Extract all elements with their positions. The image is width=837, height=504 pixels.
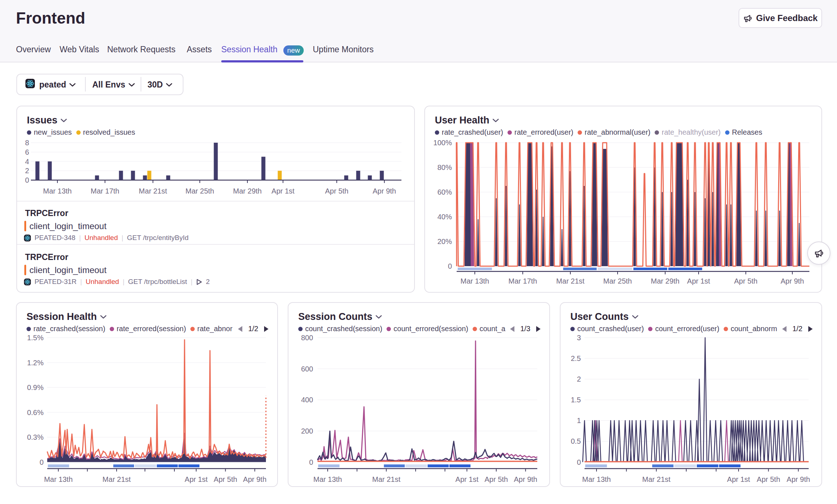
svg-text:Mar 17th: Mar 17th [91, 187, 120, 195]
svg-text:Apr 5th: Apr 5th [214, 475, 237, 483]
svg-text:0: 0 [25, 176, 29, 184]
svg-text:Apr 1st: Apr 1st [271, 187, 295, 195]
svg-text:0: 0 [577, 458, 581, 466]
svg-text:1: 1 [577, 416, 581, 424]
svg-text:Apr 9th: Apr 9th [787, 475, 810, 483]
svg-text:Mar 21st: Mar 21st [139, 187, 167, 195]
svg-text:20%: 20% [437, 237, 452, 245]
svg-text:Mar 21st: Mar 21st [642, 475, 671, 483]
svg-text:0.6%: 0.6% [27, 409, 44, 416]
svg-text:0.9%: 0.9% [27, 383, 44, 391]
svg-text:Apr 5th: Apr 5th [757, 475, 780, 483]
svg-text:Mar 21st: Mar 21st [372, 475, 400, 483]
svg-text:400: 400 [301, 396, 313, 404]
svg-text:Apr 1st: Apr 1st [456, 475, 479, 483]
svg-text:Apr 9th: Apr 9th [514, 475, 537, 483]
svg-text:0: 0 [309, 458, 313, 466]
svg-text:Mar 13th: Mar 13th [582, 475, 611, 483]
svg-text:2: 2 [577, 375, 581, 383]
svg-text:1.5: 1.5 [571, 396, 581, 404]
svg-text:600: 600 [301, 365, 313, 373]
svg-text:Mar 17th: Mar 17th [509, 277, 537, 285]
svg-text:Mar 21st: Mar 21st [556, 277, 585, 285]
svg-text:2: 2 [25, 167, 29, 175]
svg-text:Mar 29th: Mar 29th [651, 277, 680, 285]
svg-text:Apr 1st: Apr 1st [687, 277, 710, 285]
svg-text:80%: 80% [437, 163, 452, 171]
svg-text:0.3%: 0.3% [27, 433, 44, 441]
svg-text:1.5%: 1.5% [27, 334, 44, 342]
svg-text:Apr 9th: Apr 9th [781, 277, 804, 285]
svg-text:40%: 40% [437, 213, 452, 221]
svg-text:Mar 13th: Mar 13th [461, 277, 489, 285]
svg-text:800: 800 [301, 334, 313, 342]
svg-text:8: 8 [25, 139, 29, 147]
svg-text:Mar 25th: Mar 25th [603, 277, 632, 285]
svg-text:60%: 60% [437, 188, 452, 196]
svg-text:200: 200 [301, 427, 313, 435]
svg-text:Mar 21st: Mar 21st [102, 475, 131, 483]
svg-text:Mar 13th: Mar 13th [43, 187, 72, 195]
svg-text:0: 0 [40, 458, 44, 466]
svg-text:3: 3 [577, 334, 581, 342]
svg-text:4: 4 [25, 158, 29, 166]
svg-text:Apr 5th: Apr 5th [325, 187, 348, 195]
svg-text:1.2%: 1.2% [27, 359, 44, 367]
svg-text:Apr 1st: Apr 1st [727, 475, 750, 483]
svg-text:Apr 5th: Apr 5th [734, 277, 757, 285]
svg-text:Mar 13th: Mar 13th [44, 475, 73, 483]
svg-text:Apr 9th: Apr 9th [243, 475, 266, 483]
svg-text:Mar 25th: Mar 25th [186, 187, 214, 195]
svg-text:6: 6 [25, 148, 29, 156]
svg-text:Apr 5th: Apr 5th [485, 475, 508, 483]
svg-text:100%: 100% [433, 139, 452, 147]
svg-text:Apr 1st: Apr 1st [185, 475, 208, 483]
svg-text:2.5: 2.5 [571, 354, 581, 362]
svg-text:Mar 29th: Mar 29th [233, 187, 262, 195]
svg-text:Mar 13th: Mar 13th [314, 475, 342, 483]
svg-text:0: 0 [448, 262, 452, 270]
svg-text:Apr 9th: Apr 9th [373, 187, 396, 195]
svg-text:0.5: 0.5 [571, 437, 581, 445]
